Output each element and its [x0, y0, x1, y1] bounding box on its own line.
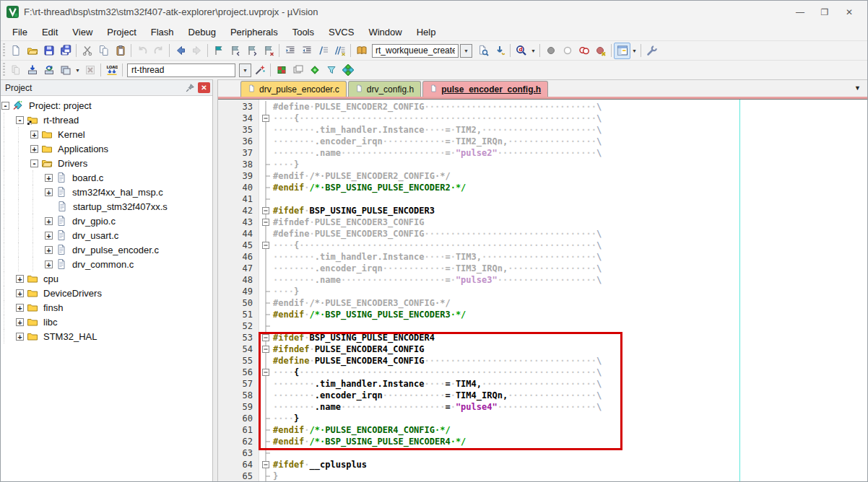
- stop-build-icon[interactable]: [82, 62, 98, 79]
- bookmark-next-icon[interactable]: [243, 43, 260, 59]
- menu-item-project[interactable]: Project: [100, 25, 143, 40]
- menu-item-window[interactable]: Window: [361, 25, 409, 40]
- tab-drv_pulse_encoder-c[interactable]: drv_pulse_encoder.c: [240, 81, 347, 97]
- expand-icon[interactable]: +: [45, 246, 53, 254]
- dropdown-caret-icon[interactable]: ▼: [74, 62, 82, 79]
- menu-item-file[interactable]: File: [5, 25, 35, 40]
- dropdown-caret-icon[interactable]: ▼: [630, 43, 638, 59]
- tab-drv_config-h[interactable]: drv_config.h: [348, 81, 421, 97]
- breakpoint-enable-disable-icon[interactable]: [559, 43, 576, 59]
- tree-item-devicedrivers[interactable]: +DeviceDrivers: [1, 286, 212, 300]
- nav-back-icon[interactable]: [172, 43, 188, 59]
- nav-forward-icon[interactable]: [188, 43, 205, 59]
- manage-items-icon[interactable]: [306, 62, 323, 79]
- fold-marker[interactable]: [259, 170, 273, 182]
- tab-list-caret-icon[interactable]: ▼: [854, 84, 861, 92]
- menu-item-tools[interactable]: Tools: [285, 25, 321, 40]
- fold-marker[interactable]: [259, 263, 273, 274]
- fold-marker[interactable]: [259, 286, 273, 297]
- redo-icon[interactable]: [150, 43, 167, 59]
- tree-item-drivers[interactable]: -Drivers: [1, 156, 212, 170]
- fold-marker[interactable]: [259, 193, 273, 205]
- minimize-button[interactable]: —: [788, 4, 812, 21]
- tree-item-rt-thread[interactable]: -rt-thread: [1, 113, 212, 127]
- tree-item-finsh[interactable]: +finsh: [1, 300, 212, 315]
- manage-books-icon[interactable]: [339, 62, 356, 79]
- tree-item-applications[interactable]: +Applications: [1, 141, 212, 156]
- tree-item-board-c[interactable]: +board.c: [1, 170, 212, 185]
- download-icon[interactable]: LOAD: [103, 62, 120, 79]
- build-icon[interactable]: [24, 62, 40, 79]
- fold-marker[interactable]: [259, 113, 273, 124]
- fold-marker[interactable]: [259, 136, 273, 147]
- fold-marker[interactable]: [259, 309, 273, 320]
- save-all-icon[interactable]: [57, 43, 74, 59]
- rebuild-icon[interactable]: [40, 62, 57, 79]
- collapse-icon[interactable]: -: [16, 116, 24, 124]
- tree-item-drv-gpio-c[interactable]: +drv_gpio.c: [1, 214, 212, 228]
- menu-item-help[interactable]: Help: [409, 25, 443, 40]
- menu-item-view[interactable]: View: [65, 25, 100, 40]
- expand-icon[interactable]: +: [45, 232, 53, 240]
- fold-marker[interactable]: [259, 320, 273, 332]
- menu-item-flash[interactable]: Flash: [144, 25, 181, 40]
- fold-marker[interactable]: [259, 147, 273, 159]
- open-folder-icon[interactable]: [24, 43, 40, 59]
- tree-item-stm32-hal[interactable]: +STM32_HAL: [1, 329, 212, 343]
- uncomment-selection-icon[interactable]: [331, 43, 348, 59]
- new-file-icon[interactable]: [7, 43, 24, 59]
- close-button[interactable]: ✕: [837, 4, 862, 21]
- tree-item-startup-stm32f407xx-s[interactable]: startup_stm32f407xx.s: [1, 199, 212, 214]
- bookmark-toggle-icon[interactable]: [210, 43, 227, 59]
- panel-close-icon[interactable]: ✕: [198, 82, 210, 93]
- fold-marker[interactable]: [259, 228, 273, 240]
- tree-item-cpu[interactable]: +cpu: [1, 271, 212, 286]
- target-select[interactable]: rt-thread: [127, 63, 235, 77]
- expand-icon[interactable]: +: [45, 174, 53, 182]
- copy-icon[interactable]: [95, 43, 112, 59]
- dropdown-caret-icon[interactable]: ▼: [529, 43, 537, 59]
- tree-item-stm32f4xx-hal-msp-c[interactable]: +stm32f4xx_hal_msp.c: [1, 185, 212, 199]
- expand-icon[interactable]: +: [45, 260, 53, 268]
- fold-marker[interactable]: [259, 240, 273, 251]
- indent-right-icon[interactable]: [298, 43, 315, 59]
- paste-icon[interactable]: [112, 43, 129, 59]
- function-browse-book-icon[interactable]: [353, 43, 370, 59]
- fold-marker[interactable]: [259, 216, 273, 228]
- tree-item-libc[interactable]: +libc: [1, 315, 212, 329]
- batch-build-icon[interactable]: [57, 62, 74, 79]
- fold-marker[interactable]: [259, 159, 273, 170]
- collapse-icon[interactable]: -: [1, 102, 9, 110]
- indent-left-icon[interactable]: [282, 43, 298, 59]
- menu-item-edit[interactable]: Edit: [35, 25, 65, 40]
- expand-icon[interactable]: +: [16, 333, 24, 341]
- find-dialog-icon[interactable]: d: [513, 43, 529, 59]
- tree-item-project-project[interactable]: -Project: project: [1, 98, 212, 113]
- multiple-project-windows-icon[interactable]: [290, 62, 306, 79]
- expand-icon[interactable]: +: [45, 188, 53, 196]
- translate-icon[interactable]: [7, 62, 24, 79]
- search-caret-icon[interactable]: ▼: [460, 44, 472, 58]
- tree-item-drv-usart-c[interactable]: +drv_usart.c: [1, 228, 212, 242]
- tree-item-drv-pulse-encoder-c[interactable]: +drv_pulse_encoder.c: [1, 242, 212, 257]
- configure-tools-icon[interactable]: [643, 43, 660, 59]
- bookmark-prev-icon[interactable]: [227, 43, 243, 59]
- fold-marker[interactable]: [259, 251, 273, 263]
- panel-splitter[interactable]: [212, 79, 218, 481]
- fold-marker[interactable]: [259, 459, 273, 470]
- search-input[interactable]: [372, 44, 459, 58]
- fold-marker[interactable]: [259, 205, 273, 216]
- expand-icon[interactable]: +: [16, 289, 24, 297]
- fold-marker[interactable]: [259, 182, 273, 193]
- breakpoint-kill-all-icon[interactable]: [592, 43, 609, 59]
- expand-icon[interactable]: +: [45, 217, 53, 225]
- fold-marker[interactable]: [259, 274, 273, 286]
- tree-item-kernel[interactable]: +Kernel: [1, 127, 212, 141]
- fold-marker[interactable]: [259, 470, 273, 481]
- manage-components-icon[interactable]: [273, 62, 290, 79]
- cut-icon[interactable]: [79, 43, 95, 59]
- tab-pulse_encoder_config-h[interactable]: pulse_encoder_config.h: [422, 81, 548, 97]
- expand-icon[interactable]: +: [16, 318, 24, 326]
- undo-icon[interactable]: [134, 43, 150, 59]
- breakpoint-toggle-icon[interactable]: [542, 43, 559, 59]
